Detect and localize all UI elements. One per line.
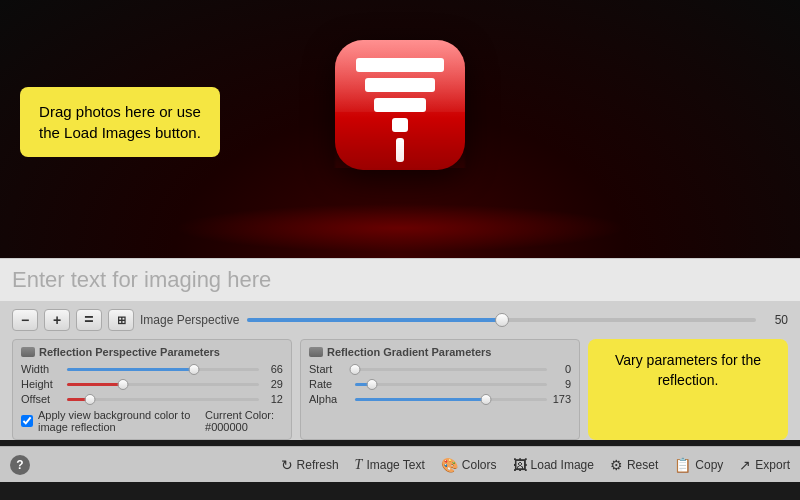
perspective-title-icon bbox=[21, 347, 35, 357]
image-perspective-track[interactable] bbox=[247, 318, 756, 322]
rate-slider-track[interactable] bbox=[355, 383, 547, 386]
start-slider-track[interactable] bbox=[355, 368, 547, 371]
icon-bar-1 bbox=[356, 58, 444, 72]
refresh-button[interactable]: ↻ Refresh bbox=[281, 457, 339, 473]
image-perspective-row: Image Perspective 50 bbox=[140, 313, 788, 327]
start-thumb[interactable] bbox=[350, 364, 361, 375]
reflection-gradient-title: Reflection Gradient Parameters bbox=[309, 346, 571, 358]
bottom-actions: ↻ Refresh T Image Text 🎨 Colors 🖼 Load I… bbox=[281, 457, 790, 473]
image-perspective-fill bbox=[247, 318, 501, 322]
offset-param-row: Offset 12 bbox=[21, 393, 283, 405]
help-button[interactable]: ? bbox=[10, 455, 30, 475]
current-color: Current Color: #000000 bbox=[205, 409, 283, 433]
export-icon: ↗ bbox=[739, 457, 751, 473]
reflection-perspective-box: Reflection Perspective Parameters Width … bbox=[12, 339, 292, 440]
bottom-toolbar: ? ↻ Refresh T Image Text 🎨 Colors 🖼 Load… bbox=[0, 446, 800, 482]
height-slider-track[interactable] bbox=[67, 383, 259, 386]
load-image-icon: 🖼 bbox=[513, 457, 527, 473]
offset-slider-track[interactable] bbox=[67, 398, 259, 401]
start-param-row: Start 0 bbox=[309, 363, 571, 375]
reset-icon: ⚙ bbox=[610, 457, 623, 473]
drag-hint-text: Drag photos here or use the Load Images … bbox=[39, 103, 201, 141]
height-thumb[interactable] bbox=[117, 379, 128, 390]
bg-color-checkbox[interactable] bbox=[21, 415, 33, 427]
image-text-button[interactable]: T Image Text bbox=[355, 457, 425, 473]
alpha-slider-track[interactable] bbox=[355, 398, 547, 401]
image-text-input[interactable] bbox=[12, 267, 788, 293]
equals-button[interactable]: = bbox=[76, 309, 102, 331]
icon-bar-2 bbox=[365, 78, 435, 92]
height-fill bbox=[67, 383, 123, 386]
load-image-button[interactable]: 🖼 Load Image bbox=[513, 457, 594, 473]
checkbox-row: Apply view background color to image ref… bbox=[21, 409, 283, 433]
width-thumb[interactable] bbox=[188, 364, 199, 375]
text-input-area bbox=[0, 258, 800, 301]
bg-color-label: Apply view background color to image ref… bbox=[38, 409, 196, 433]
colors-button[interactable]: 🎨 Colors bbox=[441, 457, 497, 473]
alpha-fill bbox=[355, 398, 486, 401]
preview-area: Drag photos here or use the Load Images … bbox=[0, 0, 800, 258]
grid-button[interactable]: ⊞ bbox=[108, 309, 134, 331]
bottom-left: ? bbox=[10, 455, 30, 475]
alpha-thumb[interactable] bbox=[480, 394, 491, 405]
colors-icon: 🎨 bbox=[441, 457, 458, 473]
toolbar-row: − + = ⊞ Image Perspective 50 bbox=[12, 309, 788, 331]
reflection-gradient-box: Reflection Gradient Parameters Start 0 R… bbox=[300, 339, 580, 440]
controls-area: − + = ⊞ Image Perspective 50 Reflection … bbox=[0, 301, 800, 440]
info-box-text: Vary parameters for the reflection. bbox=[615, 352, 761, 388]
icon-bar-4 bbox=[392, 118, 408, 132]
image-text-icon: T bbox=[355, 457, 363, 473]
image-perspective-value: 50 bbox=[764, 313, 788, 327]
width-fill bbox=[67, 368, 194, 371]
refresh-icon: ↻ bbox=[281, 457, 293, 473]
rate-thumb[interactable] bbox=[367, 379, 378, 390]
minus-button[interactable]: − bbox=[12, 309, 38, 331]
info-box: Vary parameters for the reflection. bbox=[588, 339, 788, 440]
width-slider-track[interactable] bbox=[67, 368, 259, 371]
image-perspective-label: Image Perspective bbox=[140, 313, 239, 327]
image-perspective-thumb[interactable] bbox=[495, 313, 509, 327]
width-param-row: Width 66 bbox=[21, 363, 283, 375]
alpha-param-row: Alpha 173 bbox=[309, 393, 571, 405]
params-row: Reflection Perspective Parameters Width … bbox=[12, 339, 788, 440]
reset-button[interactable]: ⚙ Reset bbox=[610, 457, 658, 473]
height-param-row: Height 29 bbox=[21, 378, 283, 390]
gradient-title-icon bbox=[309, 347, 323, 357]
copy-icon: 📋 bbox=[674, 457, 691, 473]
offset-thumb[interactable] bbox=[85, 394, 96, 405]
copy-button[interactable]: 📋 Copy bbox=[674, 457, 723, 473]
icon-reflection bbox=[335, 138, 465, 168]
icon-bar-3 bbox=[374, 98, 426, 112]
reflection-perspective-title: Reflection Perspective Parameters bbox=[21, 346, 283, 358]
drag-hint-box: Drag photos here or use the Load Images … bbox=[20, 87, 220, 157]
plus-button[interactable]: + bbox=[44, 309, 70, 331]
preview-floor bbox=[100, 198, 700, 258]
export-button[interactable]: ↗ Export bbox=[739, 457, 790, 473]
rate-param-row: Rate 9 bbox=[309, 378, 571, 390]
